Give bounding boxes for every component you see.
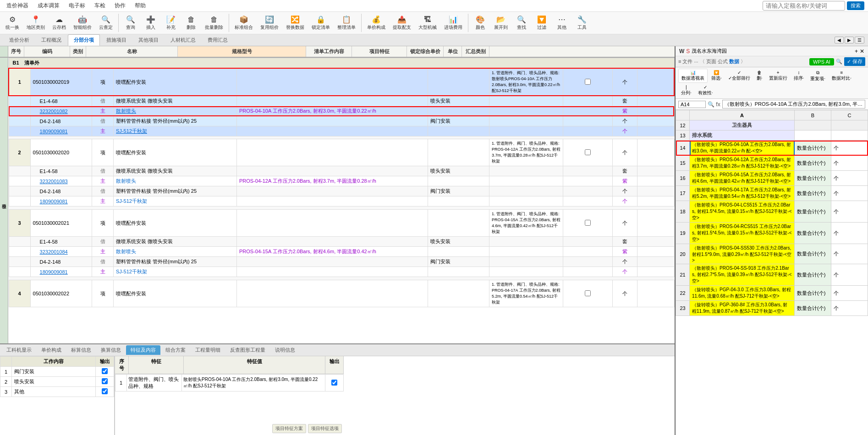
toolbar-chazhao[interactable]: 🔍查找 <box>512 14 531 32</box>
toolbar-tiqupz[interactable]: 📤提取配支 <box>390 14 414 32</box>
sheet-r15-B[interactable]: 数量合计(个) <box>795 156 831 171</box>
r2c4-code[interactable]: 1809009081 <box>30 196 92 207</box>
tab-gongcheng[interactable]: 工程概况 <box>36 35 67 45</box>
menu-bangzhu[interactable]: 帮助 <box>132 1 148 11</box>
tab-rmj[interactable]: 人材机汇总 <box>165 35 201 45</box>
table-row-1[interactable]: 1 0501030002019 项 喷嘿配件安装 1. 管道附件、阀门、喷头品种… <box>9 68 674 96</box>
dt-fenl[interactable]: |分列· <box>678 84 694 97</box>
sheet-col-C[interactable]: C <box>831 110 868 120</box>
toolbar-gongju[interactable]: 🔧工具 <box>573 14 591 32</box>
search-button[interactable]: 搜索 <box>847 1 864 10</box>
toolbar-yanse[interactable]: 🎨颜色 <box>471 14 489 32</box>
tab-feiyong[interactable]: 费用汇总 <box>202 35 233 45</box>
sheet-r18-A[interactable]: （散射喷头）PROS-04-LCS515 工作压力2.0Bars, 射程1.5*… <box>690 201 795 223</box>
btab-zuhe[interactable]: 组合方案 <box>161 345 190 355</box>
rt-more[interactable]: ··· <box>694 59 698 65</box>
sheet-r16-B[interactable]: 数量合计(个) <box>795 171 831 186</box>
toolbar-yuncundang[interactable]: ☁云存档 <box>49 14 69 32</box>
btab-tezheng[interactable]: 特征及内容 <box>126 345 160 355</box>
toolbar-danjgc[interactable]: 💰单价构成 <box>364 14 388 32</box>
dt-paixu[interactable]: ↕排序· <box>791 69 807 82</box>
r1c4-code[interactable]: 1809009081 <box>30 126 92 136</box>
sheet-r18-B[interactable]: 数量合计(个) <box>795 201 831 223</box>
toolbar-chaxun[interactable]: 🔍查询 <box>121 14 140 32</box>
nav-prev[interactable]: ◀ <box>835 37 844 44</box>
toolbar-guolv[interactable]: 🔽过滤 <box>533 14 551 32</box>
table-row-3-child-4[interactable]: 1809009081 主 SJ-512千秋架 个 <box>9 267 674 277</box>
dt-youxiaox[interactable]: ✓有效性· <box>695 84 716 97</box>
r1c4-name[interactable]: SJ-512千秋架 <box>114 126 237 136</box>
nav-next[interactable]: ▶ <box>845 37 854 44</box>
sheet-r15-C[interactable]: 个 <box>831 156 868 171</box>
sheet-r21-B[interactable]: 数量合计(个) <box>795 264 831 286</box>
sheet-r14-A[interactable]: （散射喷头）PROS-04-10A 工作压力2.0Bars, 射程3.0m, 半… <box>690 141 795 156</box>
r1c2-name[interactable]: 散射喷头 <box>114 106 237 116</box>
sheet-r12-A[interactable]: 卫生器具 <box>690 120 795 130</box>
menu-zaojia[interactable]: 造价神器 <box>4 1 31 11</box>
toolbar-qita[interactable]: ⋯其他 <box>553 14 571 32</box>
sheet-r19-B[interactable]: 数量合计(个) <box>795 223 831 244</box>
sheet-r21-A[interactable]: （散射喷头）PROS-04-SS-918 工作压力2.1Bars, 射程2.7*… <box>690 264 795 286</box>
toolbar-buchong[interactable]: 📝补充 <box>162 14 180 32</box>
feat-r1-checkbox[interactable] <box>331 380 337 386</box>
toolbar-diqulebie[interactable]: 📍地区类别 <box>24 14 48 32</box>
table-row-1-child-3[interactable]: D4-2-148 借 塑料管管件粘接 管外径(mm以内) 25 阀门安装 个 <box>9 116 674 126</box>
toolbar-zhankd[interactable]: 📂展开到 <box>491 14 511 32</box>
wct-r2-checkbox[interactable] <box>102 378 108 384</box>
btab-gclmd[interactable]: 工程量明细 <box>191 345 225 355</box>
btab-gongke[interactable]: 工科机显示 <box>2 345 36 355</box>
rt-file[interactable]: ≡ 文件 <box>678 58 692 65</box>
row3-lock-check[interactable] <box>585 220 591 226</box>
r1c2-code[interactable]: 3232001082 <box>30 106 92 116</box>
toolbar-zhengliqd[interactable]: 📋整理清单 <box>335 14 358 32</box>
rt-shuju[interactable]: 数据 <box>729 58 739 65</box>
wct-r1-checkbox[interactable] <box>102 368 108 374</box>
menu-xiezuo[interactable]: 协作 <box>112 1 128 11</box>
sheet-r17-C[interactable]: 个 <box>831 186 868 201</box>
table-row-4[interactable]: 4 0501030002022 项 喷嘿配件安装 1. 管道附件、阀门、喷头品种… <box>9 280 674 307</box>
right-add-tab[interactable]: + <box>855 48 858 54</box>
toolbar-piliangsc[interactable]: 🗑批量删除 <box>202 15 226 32</box>
toolbar-fuyongzj[interactable]: 🔄复用组价 <box>258 14 281 32</box>
dt-quanbs[interactable]: ✓✓全部筛行 <box>725 69 753 82</box>
toolbar-shanchu[interactable]: 🗑删除 <box>182 15 200 32</box>
r3c2-name[interactable]: 散射喷头 <box>114 247 237 257</box>
sheet-r13-C[interactable] <box>831 130 868 141</box>
sheet-r19-C[interactable]: 个 <box>831 223 868 244</box>
tab-qita[interactable]: 其他项目 <box>133 35 164 45</box>
btab-shuoming[interactable]: 说明信息 <box>270 345 300 355</box>
toolbar-suodingqd[interactable]: 🔒锁定清单 <box>309 14 333 32</box>
table-row-2-child-1[interactable]: E1-4-58 借 微喷系统安装 微喷头安装 喷头安装 套 <box>9 166 674 176</box>
btab-danjgc[interactable]: 单价构成 <box>37 345 66 355</box>
r3c2-code[interactable]: 3232001084 <box>30 247 92 257</box>
sheet-col-B[interactable]: B <box>795 110 831 120</box>
rt-prev[interactable]: 〈 <box>700 58 705 65</box>
sheet-r23-B[interactable]: 数量合计(个) <box>795 301 831 316</box>
rt-save[interactable]: ✓ 保存 <box>844 57 865 66</box>
btab-biaosuanxx[interactable]: 标算信息 <box>66 345 96 355</box>
rt-yemian[interactable]: 页面 <box>706 58 716 65</box>
tab-cuoshi[interactable]: 措施项目 <box>101 35 132 45</box>
table-row-2-child-4[interactable]: 1809009081 主 SJ-512千秋架 个 <box>9 196 674 207</box>
row4-lock-check[interactable] <box>585 290 591 296</box>
btab-huansuan[interactable]: 换算信息 <box>96 345 126 355</box>
table-row-3-child-1[interactable]: E1-4-58 借 微喷系统安装 微喷头安装 喷头安装 套 <box>9 237 674 247</box>
right-close[interactable]: ✕ <box>860 48 864 54</box>
wct-r2-check[interactable] <box>96 377 114 387</box>
r2c4-name[interactable]: SJ-512千秋架 <box>114 196 237 207</box>
dt-shujdb[interactable]: ≡数据对比· <box>829 69 854 82</box>
btn-xmt-tezheng[interactable]: 项目特征方案 <box>272 424 306 433</box>
dt-shaixuan[interactable]: 🔽筛选· <box>709 69 725 82</box>
cell-ref[interactable]: A14 <box>678 101 706 108</box>
r3c4-code[interactable]: 1809009081 <box>30 267 92 277</box>
sheet-r13-B[interactable] <box>795 130 831 141</box>
sheet-r21-C[interactable]: 个 <box>831 264 868 286</box>
toolbar-bzhzh[interactable]: 📦标准组合 <box>232 14 256 32</box>
dt-shan[interactable]: 🗑删· <box>754 69 765 82</box>
toolbar-yunchading[interactable]: 🔍云查定 <box>96 14 115 32</box>
sheet-r20-A[interactable]: （散射喷头）PROS-04-SS530 工作压力2.0Bars, 射程1.5*9… <box>690 244 795 264</box>
sheet-container[interactable]: A B C 12 卫生器具 <box>676 110 868 435</box>
wct-r1-check[interactable] <box>96 367 114 377</box>
feat-r1-output[interactable] <box>325 375 344 392</box>
table-row-2[interactable]: 2 0501030002020 项 喷嘿配件安装 1. 管道附件、阀门、喷头品种… <box>9 139 674 166</box>
